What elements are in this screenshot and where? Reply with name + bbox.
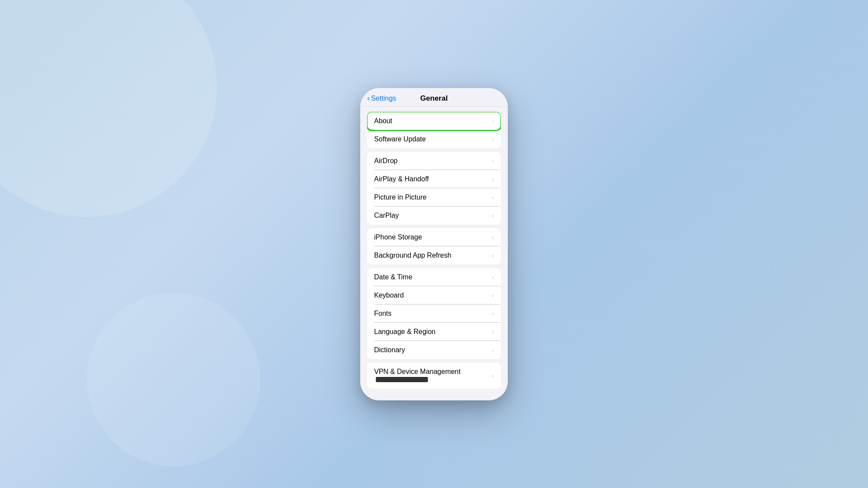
software-update-chevron-icon: › [492,136,494,143]
navigation-bar: ‹ Settings General [360,88,508,107]
airdrop-label: AirDrop [374,157,398,165]
dictionary-chevron-icon: › [492,347,494,354]
airplay-handoff-chevron-icon: › [492,176,494,183]
vpn-device-management-item[interactable]: VPN & Device Management › [367,363,501,389]
about-chevron-icon: › [492,118,494,124]
keyboard-chevron-icon: › [492,292,494,299]
fonts-label: Fonts [374,310,391,318]
picture-in-picture-item[interactable]: Picture in Picture › [367,188,501,206]
fonts-chevron-icon: › [492,310,494,317]
picture-in-picture-chevron-icon: › [492,194,494,201]
airdrop-item[interactable]: AirDrop › [367,152,501,170]
carplay-label: CarPlay [374,212,399,219]
software-update-item[interactable]: Software Update › [367,130,501,148]
language-region-chevron-icon: › [492,328,494,335]
vpn-device-management-label: VPN & Device Management [374,368,492,383]
iphone-frame: ‹ Settings General About › Software Upda… [360,88,508,400]
iphone-storage-chevron-icon: › [492,234,494,241]
keyboard-item[interactable]: Keyboard › [367,286,501,305]
date-time-label: Date & Time [374,273,412,281]
keyboard-label: Keyboard [374,291,404,299]
fonts-item[interactable]: Fonts › [367,305,501,323]
settings-scroll-view[interactable]: About › Software Update › AirDrop › AirP… [360,107,508,400]
back-button[interactable]: ‹ Settings [367,94,396,103]
section-2: AirDrop › AirPlay & Handoff › Picture in… [360,152,508,225]
section-group-1: About › Software Update › [367,112,501,148]
carplay-chevron-icon: › [492,212,494,219]
background-app-refresh-label: Background App Refresh [374,252,451,259]
carplay-item[interactable]: CarPlay › [367,206,501,225]
date-time-chevron-icon: › [492,274,494,281]
background-app-refresh-chevron-icon: › [492,252,494,259]
dictionary-label: Dictionary [374,346,405,354]
iphone-storage-label: iPhone Storage [374,233,422,241]
section-group-3: iPhone Storage › Background App Refresh … [367,228,501,265]
date-time-item[interactable]: Date & Time › [367,268,501,286]
page-title: General [420,94,447,103]
section-group-5: VPN & Device Management › [367,363,501,389]
section-1: About › Software Update › [360,112,508,148]
section-3: iPhone Storage › Background App Refresh … [360,228,508,265]
section-group-2: AirDrop › AirPlay & Handoff › Picture in… [367,152,501,225]
airdrop-chevron-icon: › [492,157,494,164]
dictionary-item[interactable]: Dictionary › [367,341,501,359]
back-label: Settings [371,95,396,102]
section-4: Date & Time › Keyboard › Fonts › Languag… [360,268,508,359]
redacted-overlay [376,377,428,382]
section-5: VPN & Device Management › [360,363,508,389]
language-region-item[interactable]: Language & Region › [367,323,501,341]
airplay-handoff-label: AirPlay & Handoff [374,175,429,183]
background-app-refresh-item[interactable]: Background App Refresh › [367,246,501,265]
back-chevron-icon: ‹ [367,94,370,103]
vpn-chevron-icon: › [492,372,494,379]
software-update-label: Software Update [374,135,426,143]
language-region-label: Language & Region [374,328,435,336]
section-group-4: Date & Time › Keyboard › Fonts › Languag… [367,268,501,359]
about-item[interactable]: About › [367,112,501,130]
airplay-handoff-item[interactable]: AirPlay & Handoff › [367,170,501,188]
picture-in-picture-label: Picture in Picture [374,193,427,201]
about-label: About [374,117,392,125]
iphone-storage-item[interactable]: iPhone Storage › [367,228,501,246]
